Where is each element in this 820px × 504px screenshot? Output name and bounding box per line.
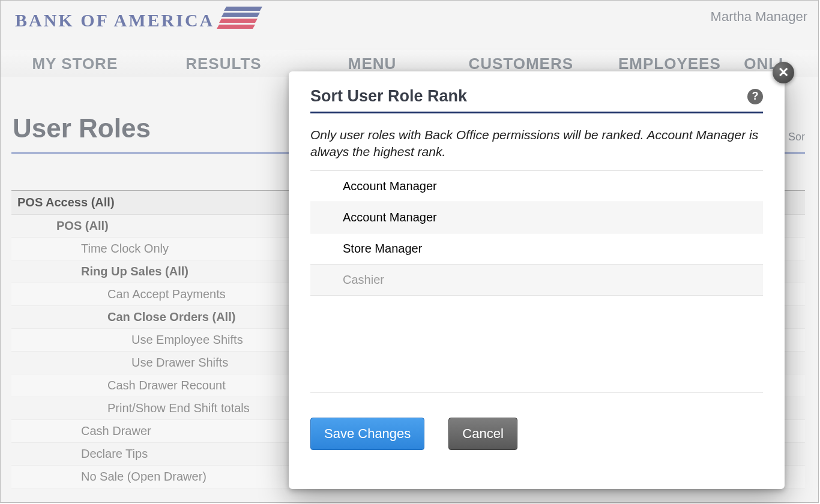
role-rank-item[interactable]: Account Manager — [310, 171, 763, 202]
sort-label: Sor — [788, 131, 805, 143]
role-rank-item: Cashier — [310, 265, 763, 295]
modal-title: Sort User Role Rank — [310, 87, 467, 106]
nav-results[interactable]: RESULTS — [149, 50, 298, 77]
cancel-button[interactable]: Cancel — [448, 418, 517, 450]
modal-title-divider — [310, 112, 763, 113]
close-icon[interactable]: ✕ — [773, 62, 794, 83]
app-root: BANK OF AMERICA Martha Manager MY STORE … — [0, 0, 819, 503]
sort-user-role-modal: ✕ Sort User Role Rank ? Only user roles … — [289, 71, 785, 489]
brand-flag-icon — [219, 5, 261, 35]
role-rank-item[interactable]: Account Manager — [310, 202, 763, 233]
current-user-label[interactable]: Martha Manager — [711, 9, 807, 25]
help-icon[interactable]: ? — [747, 89, 763, 104]
role-rank-item[interactable]: Store Manager — [310, 233, 763, 265]
brand-header: BANK OF AMERICA — [1, 1, 818, 35]
modal-header: Sort User Role Rank ? — [310, 87, 763, 106]
nav-my-store[interactable]: MY STORE — [1, 50, 149, 77]
list-bottom-divider — [310, 392, 763, 392]
modal-button-row: Save Changes Cancel — [310, 418, 763, 450]
save-button[interactable]: Save Changes — [310, 418, 424, 450]
modal-description: Only user roles with Back Office permiss… — [310, 127, 763, 161]
brand-name: BANK OF AMERICA — [15, 10, 214, 31]
role-rank-list: Account ManagerAccount ManagerStore Mana… — [310, 170, 763, 296]
